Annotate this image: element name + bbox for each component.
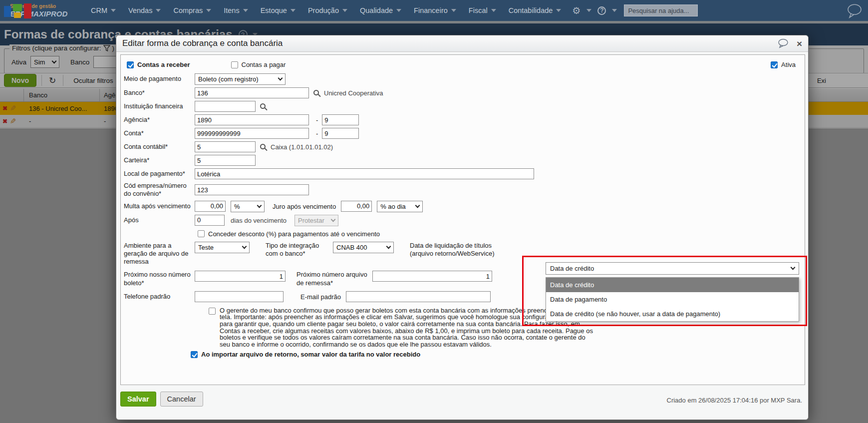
local-pagamento-input[interactable] <box>195 168 534 179</box>
nav-menu-fiscal[interactable]: Fiscal <box>469 6 496 14</box>
conta-contabil-row: Conta contábil* Caixa (1.01.01.01.02) <box>124 141 805 152</box>
contas-a-receber-label: Contas a receber <box>137 61 190 68</box>
conta-contabil-search-icon[interactable] <box>260 144 266 149</box>
proximo-remessa-input[interactable] <box>372 271 492 282</box>
chevron-down-icon <box>278 76 283 81</box>
help-search-input[interactable] <box>624 4 698 16</box>
carteira-input[interactable] <box>195 155 256 166</box>
multa-juro-row: Multa após vencimento % Juro após vencim… <box>124 201 805 212</box>
chat-bubble-icon[interactable] <box>846 3 863 21</box>
nav-menu-estoque[interactable]: Estoque <box>261 6 295 14</box>
chevron-down-icon <box>331 217 336 222</box>
multa-input[interactable] <box>195 201 226 212</box>
nav-menu-financeiro[interactable]: Financeiro <box>414 6 456 14</box>
nav-menu-itens[interactable]: Itens <box>224 6 248 14</box>
conceder-desconto-checkbox[interactable] <box>198 230 205 237</box>
cancelar-button[interactable]: Cancelar <box>160 392 203 407</box>
annotation-highlight-box: Data de crédito Data de crédito Data de … <box>522 256 807 326</box>
chevron-down-icon <box>415 203 420 208</box>
local-pagamento-label: Local de pagamento* <box>124 168 195 178</box>
help-icon[interactable]: ? <box>597 6 606 15</box>
modal-footer-buttons: Salvar Cancelar <box>120 392 203 407</box>
proximo-boleto-label: Próximo nosso número boleto* <box>124 271 195 287</box>
protestar-value: Protestar <box>298 217 324 224</box>
created-by-text: Criado em 26/08/2025 17:04:16 por MXP Sa… <box>667 397 803 404</box>
liquidacao-select[interactable]: Data de crédito <box>546 262 799 275</box>
top-nav: Sistema de gestão ERP MAXIPROD CRM Venda… <box>0 0 868 21</box>
brand-logo[interactable]: Sistema de gestão ERP MAXIPROD <box>3 0 67 21</box>
multa-unit-select[interactable]: % <box>231 201 265 212</box>
edit-billing-modal: Editar forma de cobrança e conta bancári… <box>116 35 809 420</box>
nav-menu-vendas[interactable]: Vendas <box>128 6 161 14</box>
nav-menu-financeiro-label: Financeiro <box>414 6 448 14</box>
chevron-down-icon <box>451 9 456 12</box>
modal-header-icons: × <box>778 38 802 48</box>
chevron-down-icon <box>290 9 295 12</box>
conta-contabil-input[interactable] <box>195 141 256 152</box>
contas-a-receber-checkbox[interactable] <box>127 61 134 68</box>
meio-pagamento-select[interactable]: Boleto (com registro) <box>195 73 286 85</box>
integracao-value: CNAB 400 <box>336 244 367 251</box>
close-icon[interactable]: × <box>797 39 802 48</box>
nav-menu-compras[interactable]: Compras <box>173 6 211 14</box>
instituicao-input[interactable] <box>195 101 256 112</box>
instituicao-search-icon[interactable] <box>260 103 266 109</box>
desconto-row: Conceder desconto (%) para pagamentos at… <box>198 230 805 238</box>
banco-input[interactable] <box>195 87 309 98</box>
telefone-input[interactable] <box>195 291 284 302</box>
ativa-checkbox[interactable] <box>771 61 778 68</box>
nav-menu-crm[interactable]: CRM <box>91 6 116 14</box>
email-input[interactable] <box>346 291 491 302</box>
agencia-input[interactable] <box>195 114 309 125</box>
logo-green-block <box>13 4 22 11</box>
juro-input[interactable] <box>341 201 372 212</box>
juro-unit-select[interactable]: % ao dia <box>377 201 423 212</box>
chevron-down-icon <box>242 244 247 249</box>
local-pagamento-row: Local de pagamento* <box>124 168 805 179</box>
conta-dash: - <box>309 128 322 137</box>
importar-row: Ao importar arquivo de retorno, somar va… <box>191 351 805 358</box>
help-menu-chevron-icon[interactable] <box>612 9 617 12</box>
gear-icon[interactable]: ⚙ <box>572 6 580 15</box>
agencia-digito-input[interactable] <box>322 114 359 125</box>
conta-input[interactable] <box>195 128 309 139</box>
agencia-label: Agência* <box>124 114 195 124</box>
integracao-select[interactable]: CNAB 400 <box>333 242 394 253</box>
nav-menu-producao[interactable]: Produção <box>308 6 347 14</box>
chevron-down-icon <box>386 244 391 249</box>
apos-row: Após dias do vencimento Protestar <box>124 215 805 226</box>
proximo-boleto-input[interactable] <box>195 271 286 282</box>
salvar-button[interactable]: Salvar <box>120 392 156 407</box>
meio-pagamento-value: Boleto (com registro) <box>198 75 259 83</box>
apos-suffix: dias do vencimento <box>231 215 287 224</box>
gear-menu-chevron-icon[interactable] <box>586 9 591 12</box>
apos-input[interactable] <box>195 215 225 226</box>
carteira-row: Carteira* <box>124 155 805 166</box>
liquidacao-selected-value: Data de crédito <box>550 265 594 272</box>
liquidacao-option-data-pagamento[interactable]: Data de pagamento <box>546 292 799 307</box>
modal-chat-icon[interactable] <box>778 38 790 48</box>
importar-retorno-checkbox[interactable] <box>191 351 198 358</box>
banco-search-icon[interactable] <box>313 90 319 95</box>
nav-menu-contabilidade-label: Contabilidade <box>509 6 553 14</box>
liquidacao-option-data-credito[interactable]: Data de crédito <box>546 278 799 292</box>
carteira-label: Carteira* <box>124 155 195 164</box>
logo-red-block <box>24 3 31 18</box>
nav-menu-itens-label: Itens <box>224 6 239 14</box>
chevron-down-icon <box>206 9 211 12</box>
app-screen: Sistema de gestão ERP MAXIPROD CRM Venda… <box>0 0 868 423</box>
liquidacao-label: Data de liquidação de títulos (arquivo r… <box>410 242 514 259</box>
chevron-down-icon <box>342 9 347 12</box>
cod-empresa-row: Cód empresa/número do convênio* <box>124 182 805 198</box>
contas-a-pagar-checkbox[interactable] <box>231 61 238 68</box>
nav-menu-qualidade[interactable]: Qualidade <box>360 6 401 14</box>
liquidacao-option-data-credito-fallback[interactable]: Data de crédito (se não houver, usar a d… <box>546 307 799 321</box>
importar-retorno-label: Ao importar arquivo de retorno, somar va… <box>201 351 420 358</box>
conta-digito-input[interactable] <box>322 128 359 139</box>
gerente-confirmou-checkbox[interactable] <box>209 308 216 315</box>
cod-empresa-input[interactable] <box>195 184 309 195</box>
nav-menu-fiscal-label: Fiscal <box>469 6 488 14</box>
ambiente-select[interactable]: Teste <box>195 242 250 253</box>
nav-menu-contabilidade[interactable]: Contabilidade <box>509 6 562 14</box>
chevron-down-icon <box>491 9 496 12</box>
